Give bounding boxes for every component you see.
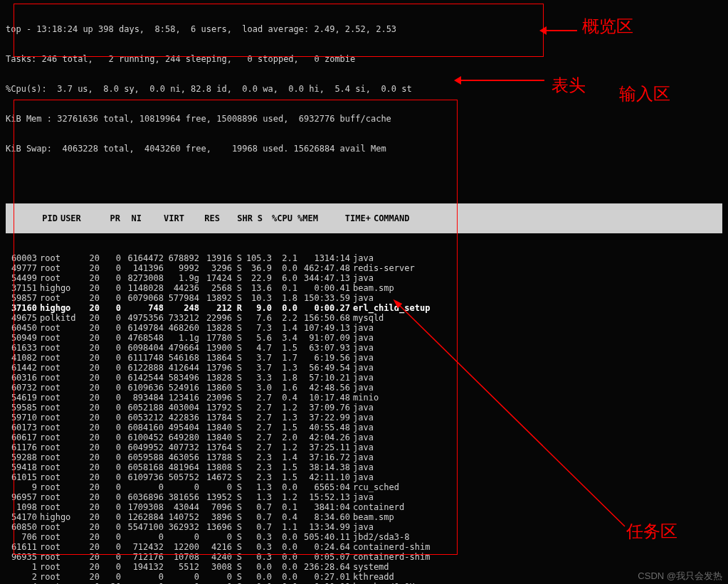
cell-cmd: containerd-shim (350, 552, 430, 562)
cell-shr: 22996 (199, 313, 232, 323)
cell-cpu: 105.3 (242, 253, 272, 263)
table-row[interactable]: 59288root200605958846305613788S2.31.437:… (6, 452, 722, 462)
table-row[interactable]: 59857root200607906857798413892S10.31.815… (6, 293, 722, 303)
header-cpu[interactable]: %CPU (263, 213, 292, 223)
table-row[interactable]: 96957root200603689638165613952S1.31.215:… (6, 492, 722, 502)
cell-res: 362932 (164, 522, 199, 532)
header-mem[interactable]: %MEM (292, 213, 318, 223)
cell-pid: 9 (6, 482, 37, 492)
cell-ni: 0 (100, 542, 121, 552)
table-row[interactable]: 61176root200604995240773213764S2.71.237:… (6, 442, 722, 452)
header-virt[interactable]: VIRT (142, 213, 184, 223)
cell-res: 733212 (164, 313, 199, 323)
cell-time: 42:48.56 (297, 383, 350, 393)
cell-pr: 20 (77, 432, 100, 442)
table-row[interactable]: 49777root20014139699923296S36.90.0462:47… (6, 263, 722, 273)
cell-virt: 6142544 (121, 373, 164, 383)
terminal-output[interactable]: top - 13:18:24 up 398 days, 8:58, 6 user… (0, 0, 728, 584)
cell-shr: 13916 (199, 253, 232, 263)
table-row[interactable]: 59710root200605321242283613784S2.71.337:… (6, 413, 722, 423)
table-row[interactable]: 60450root200614978446826013828S7.31.4107… (6, 323, 722, 333)
cell-s: S (232, 373, 242, 383)
table-row[interactable]: 60003root200616447267889213916S105.32.11… (6, 253, 722, 263)
cell-cmd: java (350, 343, 374, 353)
header-shr[interactable]: SHR (220, 213, 253, 223)
cell-ni: 0 (100, 572, 121, 582)
header-res[interactable]: RES (184, 213, 220, 223)
cell-pr: 20 (77, 442, 100, 452)
cell-s: S (232, 383, 242, 393)
cell-virt: 6036896 (121, 492, 164, 502)
cell-ni: 0 (100, 413, 121, 423)
table-row[interactable]: 37160highgo200748248212R9.00.00:00.27erl… (6, 303, 722, 313)
table-row[interactable]: 59418root200605816848196413808S2.31.538:… (6, 462, 722, 472)
cell-res: 407732 (164, 442, 199, 452)
cell-pr: 20 (77, 283, 100, 293)
table-row[interactable]: 1root20019413255123008S0.00.0236:28.64sy… (6, 562, 722, 572)
cell-pid: 60450 (6, 323, 37, 333)
cell-pr: 20 (77, 502, 100, 512)
table-row[interactable]: 60173root200608416049540413840S2.71.540:… (6, 423, 722, 432)
cell-cpu: 3.3 (242, 373, 272, 383)
cell-pr: 20 (77, 253, 100, 263)
process-list[interactable]: 60003root200616447267889213916S105.32.11… (6, 253, 722, 584)
table-row[interactable]: 1098root2001709308430447096S0.70.13841:0… (6, 502, 722, 512)
header-user[interactable]: USER (58, 213, 97, 223)
cell-pr: 20 (77, 383, 100, 393)
header-s[interactable]: S (253, 213, 263, 223)
header-pid[interactable]: PID (26, 213, 58, 223)
cell-mem: 1.7 (272, 353, 297, 363)
table-row[interactable]: 61442root200612288841264413796S3.71.356:… (6, 363, 722, 373)
table-row[interactable]: 60850root200554710036293213696S0.71.113:… (6, 522, 722, 532)
table-row[interactable]: 60316root200614254458349613828S3.31.857:… (6, 373, 722, 383)
cell-virt: 6109736 (121, 472, 164, 482)
table-row[interactable]: 61015root200610973650575214672S2.31.542:… (6, 472, 722, 482)
table-row[interactable]: 54170highgo20012628841407523896S0.70.48:… (6, 512, 722, 522)
cell-s: R (232, 303, 242, 313)
table-row[interactable]: 54499root20082730081.9g17424S22.96.0344:… (6, 273, 722, 283)
cell-s: S (232, 492, 242, 502)
table-row[interactable]: 2root200000S0.00.00:27.01kthreadd (6, 572, 722, 582)
cell-virt: 6058168 (121, 462, 164, 472)
cell-s: S (232, 253, 242, 263)
table-row[interactable]: 59585root200605218840300413792S2.71.237:… (6, 403, 722, 413)
table-row[interactable]: 61611root200712432122004216S0.30.00:24.6… (6, 542, 722, 552)
cell-time: 57:10.21 (297, 373, 350, 383)
cell-ni: 0 (100, 482, 121, 492)
cell-ni: 0 (100, 363, 121, 373)
table-row[interactable]: 49675polkitd200497535673321222996S7.62.2… (6, 313, 722, 323)
cell-user: root (37, 253, 77, 263)
cell-virt: 6052188 (121, 403, 164, 413)
table-row[interactable]: 706root200000S0.30.0505:40.11jbd2/sda3-8 (6, 532, 722, 542)
cell-pid: 60850 (6, 522, 37, 532)
table-row[interactable]: 50949root20047685481.1g17780S5.63.491:07… (6, 333, 722, 343)
summary-top-line: top - 13:18:24 up 398 days, 8:58, 6 user… (6, 24, 722, 34)
header-cmd[interactable]: COMMAND (371, 213, 410, 223)
table-row[interactable]: 9root200000S1.30.06565:04rcu_sched (6, 482, 722, 492)
header-ni[interactable]: NI (120, 213, 142, 223)
cell-mem: 1.1 (272, 522, 297, 532)
cell-mem: 0.0 (272, 542, 297, 552)
table-row[interactable]: 61633root200609840447966413900S4.71.563:… (6, 343, 722, 353)
table-row[interactable]: 96935root200712176107084240S0.30.00:05.0… (6, 552, 722, 562)
header-pr[interactable]: PR (97, 213, 120, 223)
cell-s: S (232, 413, 242, 423)
table-row[interactable]: 54619root20089348412341623096S2.70.410:1… (6, 393, 722, 403)
cell-shr: 0 (199, 532, 232, 542)
cell-pid: 60617 (6, 432, 37, 442)
process-table-header[interactable]: PIDUSERPRNIVIRTRESSHRS%CPU%MEMTIME+COMMA… (6, 203, 722, 233)
table-row[interactable]: 60617root200610045264928013840S2.72.042:… (6, 432, 722, 442)
cell-ni: 0 (100, 502, 121, 512)
cell-res: 577984 (164, 293, 199, 303)
cell-ni: 0 (100, 472, 121, 482)
cell-shr: 13788 (199, 452, 232, 462)
cell-mem: 3.4 (272, 333, 297, 343)
cell-user: root (37, 293, 77, 303)
table-row[interactable]: 60732root200610963652491613860S3.01.642:… (6, 383, 722, 393)
header-time[interactable]: TIME+ (318, 213, 371, 223)
cell-time: 63:07.93 (297, 343, 350, 353)
table-row[interactable]: 41082root200611174854616813864S3.71.76:1… (6, 353, 722, 363)
cell-pid: 1 (6, 562, 37, 572)
table-row[interactable]: 37151highgo2001148028442362568S13.60.10:… (6, 283, 722, 293)
cell-res: 1.1g (164, 333, 199, 343)
